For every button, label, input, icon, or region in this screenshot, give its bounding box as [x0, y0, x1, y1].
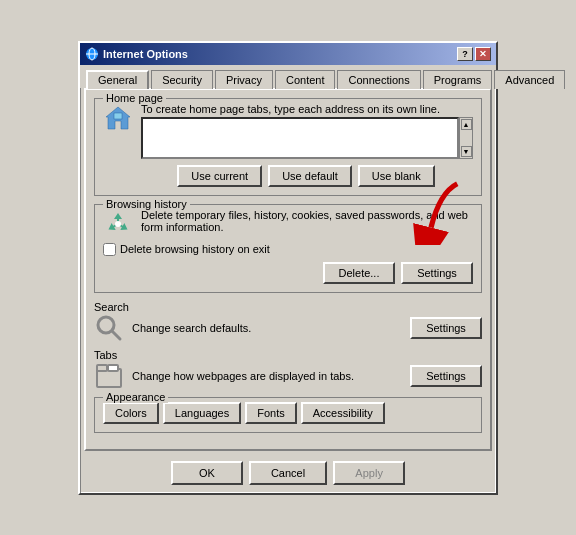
appearance-label: Appearance — [103, 391, 168, 403]
browsing-history-row: Delete temporary files, history, cookies… — [103, 209, 473, 239]
delete-on-exit-label: Delete browsing history on exit — [120, 243, 270, 255]
tab-general[interactable]: General — [86, 70, 149, 89]
tabs-row: Change how webpages are displayed in tab… — [94, 361, 482, 391]
colors-button[interactable]: Colors — [103, 402, 159, 424]
fonts-button[interactable]: Fonts — [245, 402, 297, 424]
house-icon — [103, 103, 133, 133]
svg-rect-10 — [97, 365, 107, 371]
search-desc: Change search defaults. — [132, 322, 402, 334]
appearance-buttons: Colors Languages Fonts Accessibility — [103, 402, 473, 424]
accessibility-button[interactable]: Accessibility — [301, 402, 385, 424]
ok-button[interactable]: OK — [171, 461, 243, 485]
title-bar-buttons: ? ✕ — [457, 47, 491, 61]
home-page-desc: To create home page tabs, type each addr… — [141, 103, 473, 115]
browsing-history-group: Browsing history Delete temporary files,… — [94, 204, 482, 293]
help-button[interactable]: ? — [457, 47, 473, 61]
delete-button[interactable]: Delete... — [323, 262, 395, 284]
browsing-history-buttons: Delete... Settings — [103, 262, 473, 284]
apply-button[interactable]: Apply — [333, 461, 405, 485]
bottom-buttons: OK Cancel Apply — [80, 455, 496, 493]
tabs-icon — [94, 361, 124, 391]
scrollbar: ▲ ▼ — [459, 117, 473, 159]
use-current-button[interactable]: Use current — [177, 165, 262, 187]
ie-icon — [85, 47, 99, 61]
search-row: Change search defaults. Settings — [94, 313, 482, 343]
tabs-subsection: Tabs Change how webpages are displayed i… — [94, 349, 482, 391]
recycle-icon — [103, 209, 133, 239]
home-page-url-input[interactable] — [141, 117, 459, 159]
title-bar-left: Internet Options — [85, 47, 188, 61]
internet-options-window: Internet Options ? ✕ General Security Pr… — [78, 41, 498, 495]
scroll-up-button[interactable]: ▲ — [461, 119, 472, 130]
home-page-textarea-wrapper: ▲ ▼ — [141, 117, 473, 159]
tabs-settings-button[interactable]: Settings — [410, 365, 482, 387]
appearance-group: Appearance Colors Languages Fonts Access… — [94, 397, 482, 433]
tab-connections[interactable]: Connections — [337, 70, 420, 89]
svg-point-5 — [115, 221, 121, 227]
tab-programs[interactable]: Programs — [423, 70, 493, 89]
use-blank-button[interactable]: Use blank — [358, 165, 435, 187]
svg-line-8 — [112, 331, 120, 339]
close-button[interactable]: ✕ — [475, 47, 491, 61]
use-default-button[interactable]: Use default — [268, 165, 352, 187]
window-title: Internet Options — [103, 48, 188, 60]
tab-advanced[interactable]: Advanced — [494, 70, 565, 89]
home-page-input-area: To create home page tabs, type each addr… — [141, 103, 473, 159]
browsing-history-label: Browsing history — [103, 198, 190, 210]
cancel-button[interactable]: Cancel — [249, 461, 327, 485]
tab-privacy[interactable]: Privacy — [215, 70, 273, 89]
home-page-buttons: Use current Use default Use blank — [139, 165, 473, 187]
languages-button[interactable]: Languages — [163, 402, 241, 424]
home-page-label: Home page — [103, 92, 166, 104]
home-page-row: To create home page tabs, type each addr… — [103, 103, 473, 159]
browsing-history-settings-button[interactable]: Settings — [401, 262, 473, 284]
home-page-group: Home page To create home page tabs, type… — [94, 98, 482, 196]
search-settings-button[interactable]: Settings — [410, 317, 482, 339]
tab-content-general: Home page To create home page tabs, type… — [84, 88, 492, 451]
browsing-history-text-area: Delete temporary files, history, cookies… — [141, 209, 473, 233]
title-bar: Internet Options ? ✕ — [80, 43, 496, 65]
tabs-bar: General Security Privacy Content Connect… — [80, 65, 496, 88]
search-icon — [94, 313, 124, 343]
tabs-desc: Change how webpages are displayed in tab… — [132, 370, 402, 382]
browsing-history-desc: Delete temporary files, history, cookies… — [141, 209, 468, 233]
delete-on-exit-checkbox[interactable] — [103, 243, 116, 256]
tab-content[interactable]: Content — [275, 70, 336, 89]
search-section: Search Change search defaults. Settings — [94, 301, 482, 343]
tab-security[interactable]: Security — [151, 70, 213, 89]
svg-rect-11 — [108, 365, 118, 371]
scroll-down-button[interactable]: ▼ — [461, 146, 472, 157]
svg-rect-4 — [114, 113, 122, 119]
tabs-section-label: Tabs — [94, 349, 117, 361]
delete-on-exit-row: Delete browsing history on exit — [103, 243, 473, 256]
search-section-label: Search — [94, 301, 129, 313]
